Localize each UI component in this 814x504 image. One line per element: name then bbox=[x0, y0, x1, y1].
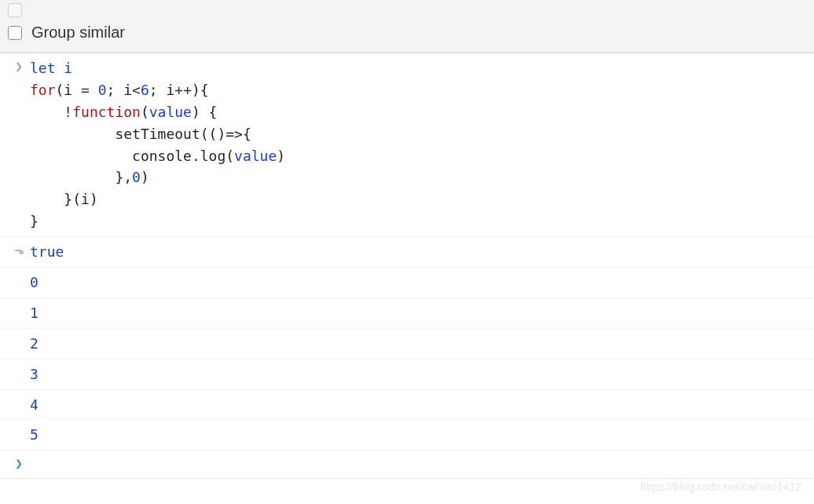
checkbox-unknown[interactable] bbox=[8, 3, 22, 17]
console-log-row: 4 bbox=[0, 390, 814, 421]
code-block: let i for(i = 0; i<6; i++){ !function(va… bbox=[30, 57, 806, 232]
watermark-text: https://blog.csdn.net/cainiao1412 bbox=[640, 480, 801, 493]
console-result-row: ⬎ true bbox=[0, 237, 814, 268]
input-chevron-gutter: ❯ bbox=[8, 57, 30, 74]
console-log-row: 0 bbox=[0, 268, 814, 298]
result-value: true bbox=[30, 241, 806, 263]
log-output-3: 3 bbox=[30, 363, 806, 385]
log-output-5: 5 bbox=[30, 424, 806, 446]
log-output-4: 4 bbox=[30, 394, 806, 416]
chevron-right-blue-icon: ❯ bbox=[15, 456, 23, 471]
log-output-1: 1 bbox=[30, 302, 806, 324]
chevron-right-icon: ❯ bbox=[15, 59, 23, 74]
group-similar-label: Group similar bbox=[31, 24, 125, 42]
var-i: i bbox=[64, 60, 72, 76]
console-input-row[interactable]: ❯ let i for(i = 0; i<6; i++){ !function(… bbox=[0, 53, 814, 237]
group-similar-checkbox[interactable] bbox=[8, 26, 22, 40]
console-log-row: 5 bbox=[0, 420, 814, 451]
console-toolbar: Group similar bbox=[0, 0, 814, 53]
toolbar-row-cutoff bbox=[8, 3, 806, 20]
console-prompt-row[interactable]: ❯ bbox=[0, 451, 814, 479]
log-output-2: 2 bbox=[30, 333, 806, 355]
chevron-left-icon: ⬎ bbox=[14, 243, 24, 257]
result-chevron-gutter: ⬎ bbox=[8, 241, 30, 257]
prompt-chevron-gutter: ❯ bbox=[8, 455, 30, 471]
console-log-row: 2 bbox=[0, 329, 814, 360]
console-log-row: 1 bbox=[0, 298, 814, 329]
toolbar-row-group-similar: Group similar bbox=[8, 20, 806, 45]
log-output-0: 0 bbox=[30, 272, 806, 294]
console-log-row: 3 bbox=[0, 360, 814, 390]
